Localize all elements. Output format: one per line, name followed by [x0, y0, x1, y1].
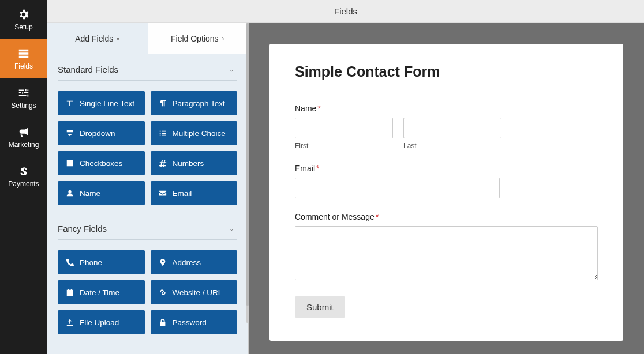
pin-icon — [159, 258, 167, 266]
last-name-sublabel: Last — [403, 142, 501, 150]
topbar: Fields — [47, 0, 644, 23]
field-label: Paragraph Text — [173, 99, 225, 108]
hash-icon — [159, 159, 167, 167]
field-label-message: Comment or Message* — [295, 212, 598, 221]
email-input[interactable] — [295, 178, 500, 198]
upload-icon — [66, 318, 74, 326]
field-label-name: Name* — [295, 104, 598, 113]
sidebar-item-label: Marketing — [9, 141, 39, 149]
field-label: Phone — [80, 258, 102, 267]
sidebar-item-marketing[interactable]: Marketing — [0, 118, 47, 157]
dollar-icon — [17, 165, 30, 178]
group-title: Fancy Fields — [58, 224, 107, 234]
field-label-email: Email* — [295, 164, 598, 173]
page-title: Fields — [334, 6, 357, 16]
sidebar-item-label: Setup — [14, 23, 32, 31]
checkbox-icon — [66, 159, 74, 167]
field-numbers[interactable]: Numbers — [151, 151, 238, 175]
chevron-down-icon: ⌵ — [230, 225, 237, 232]
sidebar-item-label: Payments — [8, 180, 39, 188]
sidebar-item-label: Fields — [14, 62, 33, 70]
fields-panel: Add Fields ▾ Field Options › Standard Fi… — [47, 23, 249, 354]
field-password[interactable]: Password — [151, 310, 238, 334]
field-website-url[interactable]: Website / URL — [151, 280, 238, 304]
first-name-input[interactable] — [295, 118, 393, 138]
field-address[interactable]: Address — [151, 250, 238, 274]
first-name-sublabel: First — [295, 142, 393, 150]
gear-icon — [17, 8, 30, 21]
group-title: Standard Fields — [58, 65, 118, 74]
field-date-time[interactable]: Date / Time — [58, 280, 145, 304]
tab-add-fields[interactable]: Add Fields ▾ — [47, 23, 148, 54]
form-field-email[interactable]: Email* — [295, 164, 598, 198]
scrollbar[interactable] — [246, 23, 249, 323]
link-icon — [159, 288, 167, 296]
message-textarea[interactable] — [295, 226, 598, 280]
form-icon — [17, 47, 30, 60]
chevron-right-icon: › — [222, 35, 224, 43]
sliders-icon — [17, 86, 30, 99]
group-header-fancy[interactable]: Fancy Fields ⌵ — [58, 213, 237, 240]
field-dropdown[interactable]: Dropdown — [58, 121, 145, 145]
field-label: Single Line Text — [80, 99, 134, 108]
sidebar-item-label: Settings — [11, 101, 36, 110]
field-multiple-choice[interactable]: Multiple Choice — [151, 121, 238, 145]
tab-label: Field Options — [171, 34, 218, 43]
required-asterisk: * — [317, 104, 320, 113]
dropdown-icon — [66, 129, 74, 137]
list-icon — [159, 129, 167, 137]
text-icon — [66, 99, 74, 107]
field-paragraph-text[interactable]: Paragraph Text — [151, 91, 238, 115]
tab-label: Add Fields — [75, 34, 113, 43]
field-file-upload[interactable]: File Upload — [58, 310, 145, 334]
sidebar: Setup Fields Settings Marketing Payments — [0, 0, 47, 354]
sidebar-item-settings[interactable]: Settings — [0, 78, 47, 118]
form-preview: Simple Contact Form Name* First — [249, 23, 644, 354]
field-email[interactable]: Email — [151, 181, 238, 205]
field-label: Password — [173, 318, 207, 327]
chevron-down-icon: ▾ — [117, 36, 119, 42]
field-name[interactable]: Name — [58, 181, 145, 205]
phone-icon — [66, 258, 74, 266]
field-checkboxes[interactable]: Checkboxes — [58, 151, 145, 175]
field-phone[interactable]: Phone — [58, 250, 145, 274]
field-label: Checkboxes — [80, 159, 122, 168]
paragraph-icon — [159, 99, 167, 107]
field-label: Website / URL — [173, 288, 223, 297]
user-icon — [66, 189, 74, 197]
required-asterisk: * — [376, 212, 379, 221]
field-label: Email — [173, 189, 192, 198]
sidebar-item-fields[interactable]: Fields — [0, 39, 47, 78]
field-label: Address — [173, 258, 201, 267]
form-field-name[interactable]: Name* First Last — [295, 104, 598, 150]
chevron-down-icon: ⌵ — [230, 66, 237, 73]
field-single-line-text[interactable]: Single Line Text — [58, 91, 145, 115]
bullhorn-icon — [17, 126, 30, 138]
submit-button[interactable]: Submit — [295, 296, 345, 318]
tab-field-options[interactable]: Field Options › — [148, 23, 248, 54]
envelope-icon — [159, 189, 167, 197]
last-name-input[interactable] — [403, 118, 501, 138]
group-header-standard[interactable]: Standard Fields ⌵ — [58, 54, 237, 81]
field-label: File Upload — [80, 318, 119, 327]
field-label: Date / Time — [80, 288, 119, 297]
sidebar-item-setup[interactable]: Setup — [0, 0, 47, 39]
calendar-icon — [66, 288, 74, 296]
lock-icon — [159, 318, 167, 326]
field-label: Multiple Choice — [173, 129, 226, 138]
required-asterisk: * — [316, 164, 319, 173]
field-label: Numbers — [173, 159, 204, 168]
form-title: Simple Contact Form — [295, 63, 598, 91]
sidebar-item-payments[interactable]: Payments — [0, 157, 47, 196]
field-label: Name — [80, 189, 100, 198]
field-label: Dropdown — [80, 129, 115, 138]
form-card[interactable]: Simple Contact Form Name* First — [269, 44, 623, 341]
form-field-message[interactable]: Comment or Message* — [295, 212, 598, 283]
